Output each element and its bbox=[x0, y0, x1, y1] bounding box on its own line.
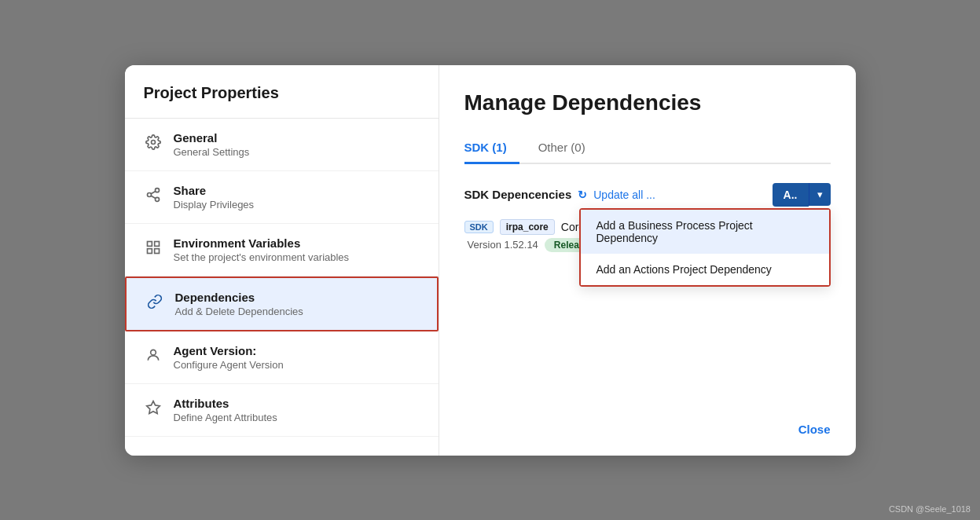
svg-line-4 bbox=[151, 196, 156, 198]
modal: Project Properties General General Setti… bbox=[125, 65, 856, 456]
svg-point-2 bbox=[147, 192, 151, 196]
svg-rect-6 bbox=[147, 241, 152, 246]
sidebar-item-agent-subtitle: Configure Agent Version bbox=[174, 359, 284, 371]
add-dropdown: A.. ▾ Add a Business Process Project Dep… bbox=[773, 183, 831, 207]
dropdown-toggle-button[interactable]: ▾ bbox=[809, 183, 831, 206]
link-icon bbox=[145, 292, 164, 311]
badge-irpa: irpa_core bbox=[500, 219, 555, 235]
sidebar-item-env-subtitle: Set the project's environment variables bbox=[174, 251, 350, 263]
sidebar-item-general[interactable]: General General Settings bbox=[125, 119, 439, 171]
svg-marker-11 bbox=[146, 401, 160, 413]
sidebar-item-share-subtitle: Display Privileges bbox=[174, 199, 255, 211]
sidebar-title: Project Properties bbox=[125, 84, 439, 119]
tab-sdk[interactable]: SDK (1) bbox=[464, 134, 519, 164]
env-icon bbox=[144, 238, 163, 257]
gear-icon bbox=[144, 133, 163, 152]
watermark: CSDN @Seele_1018 bbox=[889, 504, 971, 514]
dropdown-item-business-process[interactable]: Add a Business Process Project Dependenc… bbox=[581, 210, 829, 254]
dropdown-item-actions[interactable]: Add an Actions Project Dependency bbox=[581, 254, 829, 285]
add-button[interactable]: A.. bbox=[773, 183, 809, 207]
agent-icon bbox=[144, 346, 163, 364]
svg-point-0 bbox=[151, 140, 155, 144]
tab-other[interactable]: Other (0) bbox=[538, 134, 598, 164]
svg-point-1 bbox=[155, 188, 159, 192]
svg-point-10 bbox=[150, 350, 156, 355]
sidebar-item-dependencies[interactable]: Dependencies Add & Delete Dependencies bbox=[125, 276, 439, 331]
sidebar-item-agent[interactable]: Agent Version: Configure Agent Version bbox=[125, 331, 439, 384]
sidebar-item-env-title: Environment Variables bbox=[174, 236, 350, 250]
version-label: Version 1.52.14 bbox=[468, 239, 538, 251]
share-icon bbox=[144, 185, 163, 204]
main-content: Manage Dependencies SDK (1) Other (0) SD… bbox=[439, 65, 856, 456]
sidebar-item-share[interactable]: Share Display Privileges bbox=[125, 171, 439, 224]
sidebar-item-share-title: Share bbox=[174, 184, 255, 197]
dropdown-menu: Add a Business Process Project Dependenc… bbox=[579, 208, 831, 287]
modal-footer: Close bbox=[798, 423, 831, 437]
sidebar-item-general-title: General bbox=[174, 131, 250, 145]
svg-point-3 bbox=[155, 197, 159, 201]
sidebar-item-attributes[interactable]: Attributes Define Agent Attributes bbox=[125, 384, 439, 437]
badge-sdk: SDK bbox=[464, 221, 494, 233]
attr-icon bbox=[144, 398, 163, 417]
svg-rect-9 bbox=[147, 248, 152, 253]
refresh-icon[interactable]: ↻ bbox=[578, 189, 587, 201]
sidebar-item-attributes-subtitle: Define Agent Attributes bbox=[174, 412, 277, 423]
close-button[interactable]: Close bbox=[798, 423, 831, 436]
update-all-button[interactable]: Update all ... bbox=[593, 189, 655, 201]
tabs: SDK (1) Other (0) bbox=[464, 134, 831, 164]
sidebar-item-env[interactable]: Environment Variables Set the project's … bbox=[125, 224, 439, 276]
sidebar-item-dependencies-title: Dependencies bbox=[175, 291, 303, 304]
svg-rect-7 bbox=[154, 241, 159, 246]
sidebar: Project Properties General General Setti… bbox=[125, 65, 439, 456]
sidebar-item-dependencies-subtitle: Add & Delete Dependencies bbox=[175, 306, 303, 317]
sdk-header: SDK Depencencies ↻ Update all ... A.. ▾ … bbox=[464, 183, 831, 207]
svg-line-5 bbox=[151, 191, 156, 193]
sdk-dependencies-title: SDK Depencencies bbox=[464, 188, 572, 201]
sidebar-item-attributes-title: Attributes bbox=[174, 397, 277, 410]
page-title: Manage Dependencies bbox=[464, 90, 831, 115]
sidebar-item-agent-title: Agent Version: bbox=[174, 344, 284, 357]
svg-rect-8 bbox=[154, 248, 159, 253]
sidebar-item-general-subtitle: General Settings bbox=[174, 146, 250, 158]
